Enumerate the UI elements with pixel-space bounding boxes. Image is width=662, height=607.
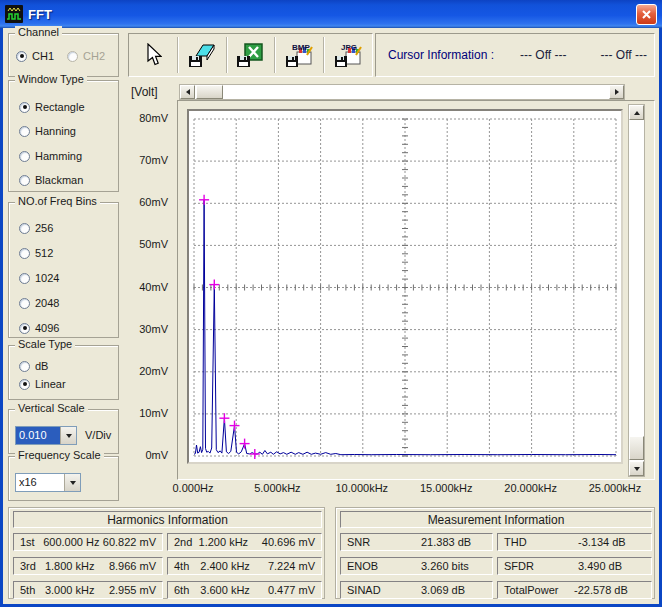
vertical-scale-value: 0.010 xyxy=(16,427,60,444)
x-tick-label: 0.000Hz xyxy=(153,481,233,495)
harmonic-ordinal: 1st xyxy=(20,536,43,548)
fft-spectrum-chart xyxy=(189,111,621,462)
harmonics-panel: Harmonics Information 1st 600.000 Hz 60.… xyxy=(8,507,325,599)
measurement-value: 21.383 dB xyxy=(421,536,471,548)
radio-ch1-label: CH1 xyxy=(32,50,54,62)
scroll-left-button[interactable] xyxy=(180,85,195,99)
horizontal-scroll-thumb[interactable] xyxy=(196,85,223,99)
harmonic-ordinal: 4th xyxy=(174,560,200,572)
radio-1024-label: 1024 xyxy=(35,272,59,284)
radio-512-label: 512 xyxy=(35,247,53,259)
measurement-enob: ENOB 3.260 bits xyxy=(340,557,493,575)
harmonic-amplitude: 60.822 mV xyxy=(103,536,156,548)
harmonic-frequency: 1.800 kHz xyxy=(45,560,109,572)
radio-hanning[interactable]: Hanning xyxy=(19,125,76,137)
arrow-right-icon xyxy=(615,89,619,95)
measurement-label: SFDR xyxy=(504,560,578,572)
chart-frame xyxy=(177,100,655,480)
radio-ch2[interactable]: CH2 xyxy=(67,50,105,62)
radio-2048[interactable]: 2048 xyxy=(19,297,59,309)
horizontal-scrollbar[interactable] xyxy=(179,84,625,100)
measurement-label: ENOB xyxy=(347,560,421,572)
save-jpg-icon: JPG xyxy=(334,42,362,68)
radio-db[interactable]: dB xyxy=(19,360,48,372)
freq-bins-group: NO.of Freq Bins 256 512 1024 2048 4096 xyxy=(8,202,119,338)
frequency-scale-group-label: Frequency Scale xyxy=(15,449,104,461)
harmonic-amplitude: 7.224 mV xyxy=(268,560,315,572)
measurement-snr: SNR 21.383 dB xyxy=(340,533,493,551)
spectrum-plot-area[interactable] xyxy=(187,109,623,464)
radio-hamming[interactable]: Hamming xyxy=(19,150,82,162)
window-type-group: Window Type Rectangle Hanning Hamming Bl… xyxy=(8,80,119,192)
radio-hamming-label: Hamming xyxy=(35,150,82,162)
measurement-label: SINAD xyxy=(347,584,421,596)
arrow-up-icon xyxy=(634,111,640,115)
scroll-up-button[interactable] xyxy=(629,105,644,120)
radio-hamming-icon xyxy=(19,151,30,162)
x-tick-label: 5.000kHz xyxy=(237,481,317,495)
fft-waveform-icon xyxy=(5,5,23,23)
measurement-sinad: SINAD 3.069 dB xyxy=(340,581,493,599)
cursor-info-label: Cursor Information : xyxy=(388,48,494,62)
chevron-down-icon xyxy=(66,434,72,438)
radio-4096[interactable]: 4096 xyxy=(19,322,59,334)
harmonic-amplitude: 2.955 mV xyxy=(109,584,156,596)
measurement-title: Measurement Information xyxy=(340,511,652,528)
channel-group: Channel CH1 CH2 xyxy=(8,33,119,77)
export-excel-button[interactable] xyxy=(230,37,270,73)
measurement-value: -3.134 dB xyxy=(578,536,626,548)
toolbar-separator xyxy=(226,37,227,73)
channel-group-label: Channel xyxy=(15,26,62,38)
x-axis-labels: 0.000Hz5.000kHz10.000kHz15.000kHz20.000k… xyxy=(3,481,662,497)
close-button[interactable] xyxy=(636,4,657,25)
y-tick-label: 30mV xyxy=(122,322,168,336)
vertical-scroll-thumb[interactable] xyxy=(629,436,644,460)
radio-db-icon xyxy=(19,361,30,372)
vertical-scale-group: Vertical Scale 0.010 V/Div xyxy=(8,409,119,454)
radio-2048-icon xyxy=(19,298,30,309)
measurement-totalpower: TotalPower -22.578 dB xyxy=(497,581,652,599)
radio-ch1[interactable]: CH1 xyxy=(16,50,54,62)
vertical-scrollbar[interactable] xyxy=(628,104,645,477)
radio-linear[interactable]: Linear xyxy=(19,378,66,390)
harmonic-frequency: 600.000 Hz xyxy=(43,536,103,548)
radio-ch1-icon xyxy=(16,51,27,62)
radio-hanning-label: Hanning xyxy=(35,125,76,137)
radio-blackman[interactable]: Blackman xyxy=(19,174,83,186)
radio-1024[interactable]: 1024 xyxy=(19,272,59,284)
horizontal-scroll-track[interactable] xyxy=(223,85,609,99)
radio-hanning-icon xyxy=(19,126,30,137)
vertical-scale-unit: V/Div xyxy=(85,429,111,441)
radio-ch2-label: CH2 xyxy=(83,50,105,62)
y-axis-labels: 80mV70mV60mV50mV40mV30mV20mV10mV0mV xyxy=(122,28,168,507)
copy-chart-button[interactable] xyxy=(182,37,222,73)
fft-window: FFT Channel CH1 CH2 Window Type Rec xyxy=(0,0,662,607)
vertical-scroll-track[interactable] xyxy=(629,120,644,436)
vertical-scale-combobox[interactable]: 0.010 xyxy=(15,426,77,445)
save-jpg-button[interactable]: JPG xyxy=(328,37,368,73)
y-tick-label: 70mV xyxy=(122,153,168,167)
radio-4096-label: 4096 xyxy=(35,322,59,334)
harmonic-ordinal: 5th xyxy=(20,584,45,596)
y-tick-label: 0mV xyxy=(122,448,168,462)
vertical-scale-dropdown-button[interactable] xyxy=(60,427,76,444)
scroll-down-button[interactable] xyxy=(629,461,644,476)
radio-512[interactable]: 512 xyxy=(19,247,53,259)
measurement-thd: THD -3.134 dB xyxy=(497,533,652,551)
svg-text:BMP: BMP xyxy=(292,43,310,52)
harmonic-amplitude: 0.477 mV xyxy=(268,584,315,596)
radio-256[interactable]: 256 xyxy=(19,222,53,234)
radio-rectangle[interactable]: Rectangle xyxy=(19,101,85,113)
window-title: FFT xyxy=(28,7,636,22)
harmonic-frequency: 3.000 kHz xyxy=(45,584,109,596)
harmonic-frequency: 1.200 kHz xyxy=(199,536,262,548)
harmonic-amplitude: 8.966 mV xyxy=(109,560,156,572)
y-tick-label: 40mV xyxy=(122,280,168,294)
title-bar[interactable]: FFT xyxy=(0,0,662,28)
harmonic-2nd: 2nd 1.200 kHz 40.696 mV xyxy=(167,533,322,551)
excel-icon xyxy=(236,42,264,68)
y-tick-label: 60mV xyxy=(122,195,168,209)
radio-1024-icon xyxy=(19,273,30,284)
scroll-right-button[interactable] xyxy=(609,85,624,99)
save-bmp-button[interactable]: BMP xyxy=(279,37,319,73)
